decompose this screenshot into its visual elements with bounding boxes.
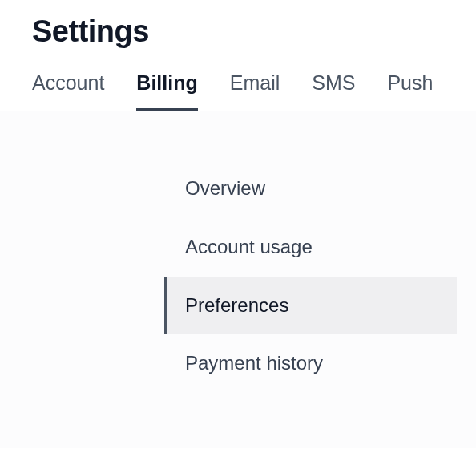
tab-account[interactable]: Account (32, 71, 104, 111)
subnav-item-overview[interactable]: Overview (164, 160, 457, 218)
subnav: Overview Account usage Preferences Payme… (164, 160, 457, 393)
content: Overview Account usage Preferences Payme… (0, 111, 476, 448)
subnav-item-payment-history[interactable]: Payment history (164, 334, 457, 393)
subnav-item-preferences[interactable]: Preferences (164, 277, 457, 335)
tab-push[interactable]: Push (387, 71, 433, 111)
header: Settings Account Billing Email SMS Push (0, 0, 476, 111)
tabs: Account Billing Email SMS Push (32, 71, 476, 111)
subnav-item-account-usage[interactable]: Account usage (164, 218, 457, 277)
tab-email[interactable]: Email (230, 71, 280, 111)
tab-sms[interactable]: SMS (312, 71, 355, 111)
tab-billing[interactable]: Billing (136, 71, 197, 111)
page-title: Settings (32, 14, 476, 49)
